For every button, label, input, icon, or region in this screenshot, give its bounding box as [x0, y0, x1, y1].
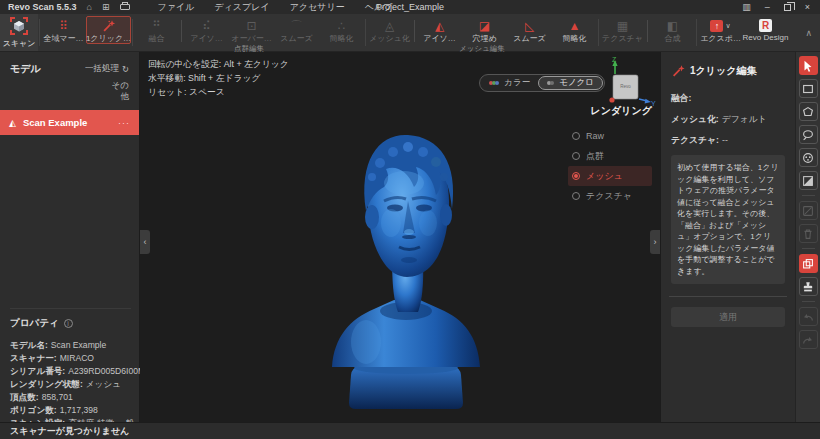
fill-holes-button[interactable]: ◪ 穴埋め — [462, 16, 507, 44]
main-toolbar: スキャン ⠿ 全域マー… 1クリック… — [0, 14, 820, 52]
app-title: Revo Scan 5.5.3 — [8, 2, 77, 12]
one-click-edit-button[interactable]: 1クリック… — [86, 16, 131, 44]
texture-button[interactable]: ▦ テクスチャ — [600, 16, 645, 44]
fill-holes-icon: ◪ — [479, 19, 490, 33]
radio-icon — [572, 132, 580, 140]
batch-process-button[interactable]: 一括処理 ↻ — [85, 63, 129, 75]
divider — [802, 301, 815, 302]
scan-example-item[interactable]: ◭ Scan Example ··· — [0, 110, 139, 135]
property-model-name: モデル名:Scan Example — [10, 339, 131, 352]
isolation-mesh-button[interactable]: ◭ アイソ… — [417, 16, 462, 44]
one-click-edit-panel: 1クリック編集 融合: メッシュ化:デフォルト テクスチャ:-- 初めて使用する… — [660, 52, 795, 422]
cursor-select-icon — [801, 59, 815, 73]
mesh-button[interactable]: ◬ メッシュ化 — [367, 16, 412, 44]
fuse-button[interactable]: ⠛ 融合 — [134, 16, 179, 44]
menu-display[interactable]: ディスプレイ — [214, 1, 269, 14]
texture-group: ▦ テクスチャ ◧ 合成 — [600, 14, 695, 51]
mesh-model-icon: ◭ — [9, 118, 16, 128]
invert-selection-button[interactable] — [799, 171, 818, 190]
rectangle-select-button[interactable] — [799, 79, 818, 98]
apply-button[interactable]: 適用 — [671, 307, 785, 327]
other-button[interactable]: その他 — [105, 80, 129, 102]
stamp-tool-button[interactable] — [799, 277, 818, 296]
open-project-icon[interactable] — [120, 4, 130, 10]
scan-example-label: Scan Example — [23, 117, 118, 128]
restore-button[interactable] — [784, 4, 791, 11]
scan-button[interactable]: スキャン — [0, 14, 38, 51]
menu-accessories[interactable]: アクセサリー — [290, 1, 345, 14]
close-button[interactable]: × — [805, 2, 810, 12]
rendering-option-texture[interactable]: テクスチャ — [568, 186, 652, 206]
lasso-select-button[interactable] — [799, 125, 818, 144]
undo-button[interactable] — [799, 307, 818, 326]
properties-title: プロパティ — [10, 317, 59, 330]
stamp-icon — [801, 280, 815, 294]
connected-domain-button[interactable] — [799, 148, 818, 167]
rendering-panel: レンダリング Raw 点群 メッシュ テクスチャ — [568, 104, 652, 206]
scan-icon — [9, 16, 29, 36]
rendering-option-pointcloud[interactable]: 点群 — [568, 146, 652, 166]
model-panel-title: モデル — [10, 62, 41, 76]
invert-selection-icon — [801, 174, 815, 188]
simplify-mesh-icon: ▲ — [569, 19, 581, 33]
scan-model-bust[interactable] — [292, 105, 520, 421]
redo-button[interactable] — [799, 330, 818, 349]
collapse-right-panel-button[interactable]: › — [650, 230, 660, 254]
fusion-field: 融合: — [671, 92, 785, 104]
scan-button-label: スキャン — [3, 38, 36, 49]
fuse-icon: ⠛ — [152, 19, 161, 33]
new-project-icon[interactable]: ⊞ — [102, 2, 110, 12]
collapse-left-panel-button[interactable]: ‹ — [140, 230, 150, 254]
global-marker-icon: ⠿ — [59, 19, 68, 33]
rectangle-select-icon — [801, 82, 815, 96]
color-mode-button[interactable]: カラー — [481, 76, 538, 90]
texture-field: テクスチャ:-- — [671, 134, 785, 146]
mono-mode-button[interactable]: モノクロ — [538, 76, 603, 90]
redo-icon — [801, 333, 815, 347]
minimize-button[interactable]: – — [765, 2, 770, 12]
show-overlap-button[interactable] — [799, 254, 818, 273]
menu-file[interactable]: ファイル — [158, 1, 195, 14]
delete-selection-button[interactable] — [799, 224, 818, 243]
toolbar-section-start: ⠿ 全域マー… 1クリック… — [41, 14, 131, 51]
simplify-mesh-button[interactable]: ▲ 簡略化 — [552, 16, 597, 44]
revo-scan-window: Revo Scan 5.5.3 ⌂ ⊞ ファイル ディスプレイ アクセサリー ヘ… — [0, 0, 820, 439]
global-marker-button[interactable]: ⠿ 全域マー… — [41, 16, 86, 44]
select-tool-button[interactable] — [799, 56, 818, 75]
viewport-3d[interactable]: 回転の中心を設定: Alt + 左クリック 水平移動: Shift + 左ドラッ… — [140, 52, 660, 422]
polygon-select-button[interactable] — [799, 102, 818, 121]
color-mode-toggle: カラー モノクロ — [479, 74, 605, 92]
collapse-toolbar-icon[interactable]: ∧ — [797, 28, 820, 38]
simplify-pc-button[interactable]: ∴ 簡略化 — [319, 16, 364, 44]
lasso-select-icon — [801, 128, 815, 142]
revo-design-button[interactable]: R Revo Design — [743, 16, 788, 43]
item-menu-button[interactable]: ··· — [118, 118, 130, 128]
rendering-option-raw[interactable]: Raw — [568, 126, 652, 146]
status-bar: スキャナーが見つかりません — [0, 422, 820, 439]
window-controls: ▥ – × — [742, 2, 820, 12]
export-button[interactable]: ↑ ∨ エクスポ… — [698, 16, 743, 44]
panel-layout-icon[interactable]: ▥ — [742, 2, 751, 12]
home-icon[interactable]: ⌂ — [87, 2, 92, 12]
divider — [802, 195, 815, 196]
isolation-pc-button[interactable]: ⠮ アイソ… — [184, 16, 229, 44]
status-message: スキャナーが見つかりません — [10, 425, 129, 438]
selection-tool-rail — [795, 52, 820, 422]
menu-bar: ファイル ディスプレイ アクセサリー ヘルプ — [158, 1, 393, 14]
smooth-pc-button[interactable]: ⌒ スムーズ — [274, 16, 319, 44]
viewport-hints: 回転の中心を設定: Alt + 左クリック 水平移動: Shift + 左ドラッ… — [148, 57, 289, 99]
model-panel: モデル 一括処理 ↻ その他 ◭ Scan Example ··· プロパティ … — [0, 52, 140, 422]
composite-icon: ◧ — [667, 19, 678, 33]
overlap-pc-button[interactable]: ⊡ オーバー… — [229, 16, 274, 44]
mesh-icon: ◬ — [385, 19, 394, 33]
composite-button[interactable]: ◧ 合成 — [650, 16, 695, 44]
rendering-option-mesh[interactable]: メッシュ — [568, 166, 652, 186]
smooth-mesh-button[interactable]: ◺ スムーズ — [507, 16, 552, 44]
texture-icon: ▦ — [617, 19, 628, 33]
info-icon[interactable]: i — [64, 319, 73, 328]
property-scanner: スキャナー:MIRACO — [10, 352, 131, 365]
property-vertices: 頂点数:858,701 — [10, 391, 131, 404]
overlap-pc-icon: ⊡ — [246, 19, 256, 33]
deselect-icon — [801, 204, 815, 218]
deselect-button[interactable] — [799, 201, 818, 220]
